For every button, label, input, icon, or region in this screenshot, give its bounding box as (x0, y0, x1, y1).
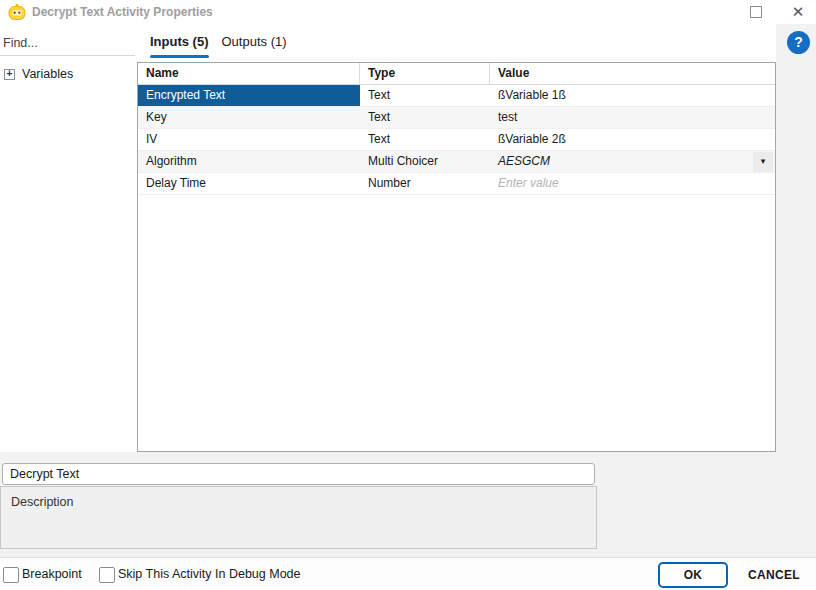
table-row[interactable]: Key Text test (138, 107, 775, 129)
table-header-row: Name Type Value (138, 63, 775, 85)
row-value-cell[interactable]: ßVariable 2ß (490, 129, 775, 150)
value-text[interactable]: ßVariable 2ß (498, 129, 773, 150)
chevron-down-icon[interactable]: ▾ (753, 152, 773, 172)
column-header-name[interactable]: Name (138, 63, 360, 84)
row-value-cell[interactable]: ßVariable 1ß (490, 85, 775, 106)
description-input[interactable] (0, 486, 597, 549)
row-name-cell[interactable]: Key (138, 107, 360, 128)
tree-item-label: Variables (22, 67, 73, 81)
background-right-strip (776, 24, 816, 452)
row-type-cell: Multi Choicer (360, 151, 490, 172)
tab-inputs[interactable]: Inputs (5) (150, 32, 209, 58)
row-name-cell[interactable]: Algorithm (138, 151, 360, 172)
find-input[interactable] (0, 30, 135, 56)
value-text[interactable]: AESGCM (498, 151, 753, 172)
tab-outputs[interactable]: Outputs (1) (222, 32, 287, 58)
row-type-cell: Text (360, 85, 490, 106)
skip-activity-label: Skip This Activity In Debug Mode (118, 558, 301, 590)
row-name-cell[interactable]: Delay Time (138, 173, 360, 194)
table-row[interactable]: IV Text ßVariable 2ß (138, 129, 775, 151)
help-button[interactable]: ? (787, 31, 810, 54)
row-type-cell: Text (360, 129, 490, 150)
row-value-cell[interactable]: AESGCM ▾ (490, 151, 775, 172)
expand-icon[interactable]: + (4, 69, 15, 80)
breakpoint-label: Breakpoint (22, 558, 82, 590)
activity-name-input[interactable] (2, 463, 595, 485)
value-placeholder[interactable]: Enter value (498, 173, 773, 194)
column-header-value[interactable]: Value (490, 63, 775, 84)
value-text[interactable]: test (498, 107, 773, 128)
value-text[interactable]: ßVariable 1ß (498, 85, 773, 106)
bot-icon (7, 2, 27, 22)
table-row[interactable]: Algorithm Multi Choicer AESGCM ▾ (138, 151, 775, 173)
row-name-cell[interactable]: IV (138, 129, 360, 150)
breakpoint-checkbox[interactable] (3, 567, 19, 583)
properties-table: Name Type Value Encrypted Text Text ßVar… (137, 62, 776, 452)
cancel-button[interactable]: CANCEL (740, 562, 808, 588)
row-value-cell[interactable]: Enter value (490, 173, 775, 194)
row-name-cell[interactable]: Encrypted Text (138, 85, 360, 106)
row-type-cell: Number (360, 173, 490, 194)
row-value-cell[interactable]: test (490, 107, 775, 128)
sidebar: + Variables (0, 24, 137, 452)
table-row[interactable]: Delay Time Number Enter value (138, 173, 775, 195)
table-row[interactable]: Encrypted Text Text ßVariable 1ß (138, 85, 775, 107)
maximize-button[interactable] (750, 6, 762, 18)
skip-activity-checkbox[interactable] (99, 567, 115, 583)
tab-strip: Inputs (5) Outputs (1) (137, 24, 776, 62)
window-title: Decrypt Text Activity Properties (32, 0, 213, 24)
row-type-cell: Text (360, 107, 490, 128)
decrypt-text-properties-dialog: Decrypt Text Activity Properties ✕ + Var… (0, 0, 816, 590)
sidebar-item-variables[interactable]: + Variables (4, 67, 73, 81)
close-icon[interactable]: ✕ (788, 1, 808, 23)
column-header-type[interactable]: Type (360, 63, 490, 84)
title-bar: Decrypt Text Activity Properties ✕ (0, 0, 816, 24)
tabs: Inputs (5) Outputs (1) (150, 32, 287, 58)
ok-button[interactable]: OK (658, 562, 728, 588)
footer-bar: Breakpoint Skip This Activity In Debug M… (0, 557, 816, 590)
